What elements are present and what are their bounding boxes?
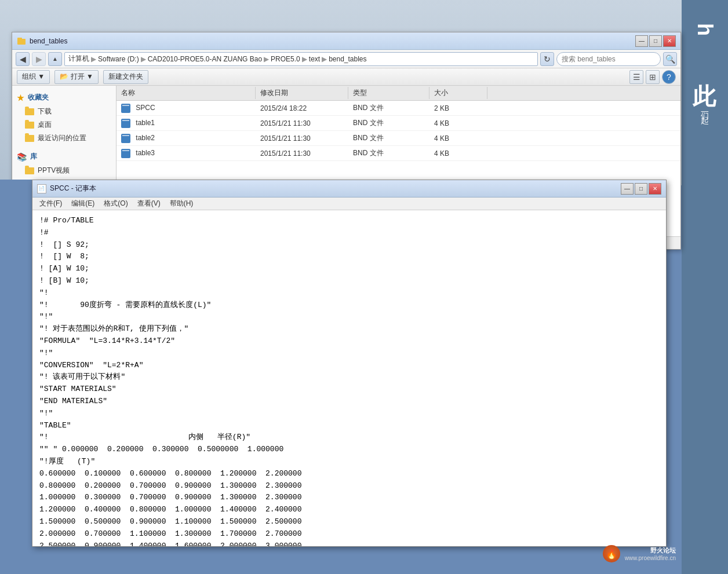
file-icon-table3	[121, 149, 130, 158]
file-size-table1: 4 KB	[429, 118, 487, 129]
search-button[interactable]: 🔍	[663, 52, 677, 66]
col-header-date[interactable]: 修改日期	[256, 87, 348, 99]
file-name-table3: table3	[117, 148, 256, 159]
col-header-name[interactable]: 名称	[117, 87, 256, 99]
explorer-title-icon	[17, 36, 26, 46]
menu-file[interactable]: 文件(F)	[35, 198, 67, 210]
file-icon-spcc	[121, 104, 130, 113]
file-type-table1: BND 文件	[348, 117, 429, 129]
file-size-table2: 4 KB	[429, 133, 487, 144]
file-date-table3: 2015/1/21 11:30	[256, 148, 348, 159]
folder-icon-pptv	[25, 167, 34, 174]
file-type-spcc: BND 文件	[348, 102, 429, 114]
logo-icon: 🔥	[606, 549, 617, 560]
sidebar-item-pptv[interactable]: PPTV视频	[12, 164, 116, 177]
right-deco-panel: h 此 们一起	[682, 0, 728, 574]
menu-edit[interactable]: 编辑(E)	[67, 198, 99, 210]
toolbar: 组织 ▼ 📂 打开 ▼ 新建文件夹 ☰ ⊞ ?	[12, 68, 680, 86]
forward-button[interactable]: ▶	[32, 52, 46, 66]
breadcrumb-folder1[interactable]: CAD2010-PROE5.0-AN ZUANG Bao	[148, 55, 262, 63]
menu-help[interactable]: 帮助(H)	[165, 198, 198, 210]
file-name-table1: table1	[117, 118, 256, 129]
refresh-button[interactable]: ↻	[540, 52, 554, 66]
breadcrumb-drive[interactable]: Software (D:)	[98, 55, 139, 63]
folder-icon-recent	[25, 135, 34, 142]
sidebar-item-recent-label: 最近访问的位置	[38, 133, 86, 143]
breadcrumb-sep-1: ▶	[91, 55, 96, 63]
file-row-table2[interactable]: table2 2015/1/21 11:30 BND 文件 4 KB	[117, 131, 680, 146]
left-side-panel	[0, 180, 32, 573]
view-grid-btn[interactable]: ⊞	[646, 70, 660, 84]
toolbar-right: ☰ ⊞ ?	[629, 70, 676, 84]
file-icon-table2	[121, 134, 130, 143]
file-list-header: 名称 修改日期 类型 大小	[117, 86, 680, 101]
file-date-spcc: 2015/2/4 18:22	[256, 103, 348, 114]
sidebar-favorites-section: ★ 收藏夹 下载 桌面 最近访问的位置	[12, 90, 116, 145]
explorer-close-btn[interactable]: ✕	[663, 35, 676, 47]
open-button[interactable]: 📂 打开 ▼	[54, 70, 99, 84]
sidebar-library-section: 📚 库 PPTV视频	[12, 149, 116, 177]
organize-button[interactable]: 组织 ▼	[17, 70, 50, 84]
file-size-table3: 4 KB	[429, 148, 487, 159]
breadcrumb-folder4[interactable]: bend_tables	[329, 55, 366, 63]
breadcrumb-bar[interactable]: 计算机 ▶ Software (D:) ▶ CAD2010-PROE5.0-AN…	[64, 52, 538, 66]
breadcrumb-folder2[interactable]: PROE5.0	[271, 55, 300, 63]
back-button[interactable]: ◀	[16, 52, 30, 66]
view-toggle-btn[interactable]: ☰	[629, 70, 643, 84]
sidebar-item-pptv-label: PPTV视频	[38, 166, 70, 176]
notepad-title-text: SPCC - 记事本	[50, 184, 621, 193]
file-date-table1: 2015/1/21 11:30	[256, 118, 348, 129]
menu-format[interactable]: 格式(O)	[99, 198, 132, 210]
explorer-title-text: bend_tables	[30, 37, 635, 45]
notepad-title-buttons: — □ ✕	[621, 183, 661, 195]
explorer-maximize-btn[interactable]: □	[649, 35, 662, 47]
folder-icon-desktop	[25, 122, 34, 129]
search-input[interactable]	[556, 52, 661, 66]
logo-url-text: www.proewildfire.cn	[625, 555, 676, 561]
file-name-spcc: SPCC	[117, 103, 256, 114]
explorer-title-bar: bend_tables — □ ✕	[12, 32, 680, 50]
logo-text-block: 野火论坛 www.proewildfire.cn	[625, 546, 676, 561]
logo-circle: 🔥	[603, 545, 620, 562]
file-row-spcc[interactable]: SPCC 2015/2/4 18:22 BND 文件 2 KB	[117, 101, 680, 116]
file-type-table3: BND 文件	[348, 147, 429, 159]
file-icon-table1	[121, 119, 130, 128]
right-deco-text: 们一起	[700, 105, 710, 112]
library-icon: 📚	[17, 152, 27, 162]
col-header-size[interactable]: 大小	[429, 87, 487, 99]
sidebar-item-recent[interactable]: 最近访问的位置	[12, 131, 116, 145]
logo-site-name: 野火论坛	[625, 546, 676, 554]
sidebar-item-download[interactable]: 下载	[12, 105, 116, 118]
sidebar-item-download-label: 下载	[38, 107, 52, 116]
sidebar-item-desktop[interactable]: 桌面	[12, 118, 116, 131]
notepad-close-btn[interactable]: ✕	[649, 183, 661, 195]
breadcrumb-sep-4: ▶	[302, 55, 307, 63]
up-button[interactable]: ▲	[48, 52, 62, 66]
explorer-title-buttons: — □ ✕	[635, 35, 676, 47]
folder-icon-download	[25, 108, 34, 115]
breadcrumb-sep-5: ▶	[322, 55, 327, 63]
file-row-table1[interactable]: table1 2015/1/21 11:30 BND 文件 4 KB	[117, 116, 680, 131]
new-folder-button[interactable]: 新建文件夹	[103, 70, 148, 84]
sidebar-library-header: 📚 库	[12, 149, 116, 164]
notepad-window: 📄 SPCC - 记事本 — □ ✕ 文件(F) 编辑(E) 格式(O) 查看(…	[32, 180, 667, 547]
breadcrumb-computer[interactable]: 计算机	[68, 54, 89, 64]
sidebar-favorites-header: ★ 收藏夹	[12, 90, 116, 105]
sidebar-item-desktop-label: 桌面	[38, 120, 52, 130]
help-btn[interactable]: ?	[662, 70, 676, 84]
menu-view[interactable]: 查看(V)	[133, 198, 165, 210]
file-row-table3[interactable]: table3 2015/1/21 11:30 BND 文件 4 KB	[117, 146, 680, 161]
notepad-icon: 📄	[37, 184, 46, 193]
svg-rect-1	[17, 38, 22, 39]
file-type-table2: BND 文件	[348, 132, 429, 144]
col-header-type[interactable]: 类型	[348, 87, 429, 99]
right-deco-char-1: h	[693, 23, 717, 36]
breadcrumb-folder3[interactable]: text	[309, 55, 320, 63]
breadcrumb-sep-3: ▶	[264, 55, 269, 63]
explorer-minimize-btn[interactable]: —	[635, 35, 648, 47]
file-date-table2: 2015/1/21 11:30	[256, 133, 348, 144]
notepad-minimize-btn[interactable]: —	[621, 183, 634, 195]
notepad-content[interactable]: !# Pro/TABLE !# ! [] S 92; ! [] W 8; ! […	[32, 210, 666, 546]
notepad-title-bar: 📄 SPCC - 记事本 — □ ✕	[32, 180, 666, 198]
notepad-maximize-btn[interactable]: □	[635, 183, 647, 195]
